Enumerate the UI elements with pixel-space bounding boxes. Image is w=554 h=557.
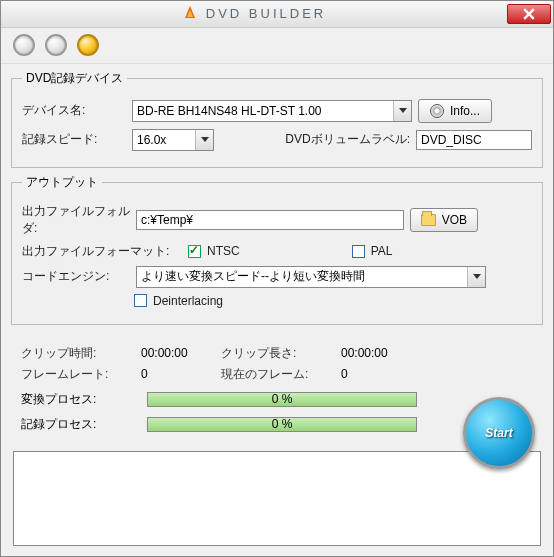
- code-engine-value: より速い変換スピード--より短い変換時間: [141, 268, 365, 285]
- log-textarea[interactable]: [13, 451, 541, 546]
- recording-device-group: DVD記録デバイス デバイス名: BD-RE BH14NS48 HL-DT-ST…: [11, 70, 543, 168]
- start-button-label: Start: [485, 426, 512, 440]
- chevron-down-icon: [467, 267, 485, 287]
- toolbar-orb-burn[interactable]: [77, 34, 99, 56]
- close-icon: [523, 8, 535, 20]
- disc-icon: [430, 104, 444, 118]
- convert-progress-text: 0 %: [272, 392, 293, 406]
- current-frame-value: 0: [341, 367, 421, 381]
- device-name-select[interactable]: BD-RE BH14NS48 HL-DT-ST 1.00: [132, 100, 412, 122]
- clip-time-label: クリップ時間:: [21, 345, 141, 362]
- volume-label-label: DVDボリュームラベル:: [285, 131, 410, 148]
- vob-button-label: VOB: [442, 213, 467, 227]
- pal-label: PAL: [371, 244, 393, 258]
- device-name-value: BD-RE BH14NS48 HL-DT-ST 1.00: [137, 104, 322, 118]
- record-speed-value: 16.0x: [137, 133, 166, 147]
- frame-rate-label: フレームレート:: [21, 366, 141, 383]
- output-legend: アウトプット: [22, 174, 102, 191]
- device-name-label: デバイス名:: [22, 102, 126, 119]
- convert-progress-bar: 0 %: [147, 392, 417, 407]
- volume-label-value: DVD_DISC: [421, 133, 482, 147]
- vob-folder-button[interactable]: VOB: [410, 208, 478, 232]
- code-engine-label: コードエンジン:: [22, 268, 130, 285]
- output-format-label: 出力ファイルフォーマット:: [22, 243, 182, 260]
- recording-device-legend: DVD記録デバイス: [22, 70, 127, 87]
- record-speed-label: 記録スピード:: [22, 131, 126, 148]
- ntsc-checkbox[interactable]: [188, 245, 201, 258]
- toolbar-orb-2[interactable]: [45, 34, 67, 56]
- volume-label-input[interactable]: DVD_DISC: [416, 130, 532, 150]
- record-progress-label: 記録プロセス:: [21, 416, 139, 433]
- info-button-label: Info...: [450, 104, 480, 118]
- titlebar: DVD BUILDER: [1, 1, 553, 28]
- current-frame-label: 現在のフレーム:: [221, 366, 341, 383]
- output-group: アウトプット 出力ファイルフォルダ: c:¥Temp¥ VOB 出力ファイルフォ…: [11, 174, 543, 325]
- convert-progress-label: 変換プロセス:: [21, 391, 139, 408]
- clip-length-label: クリップ長さ:: [221, 345, 341, 362]
- toolbar-orb-1[interactable]: [13, 34, 35, 56]
- record-progress-bar: 0 %: [147, 417, 417, 432]
- deinterlace-checkbox[interactable]: [134, 294, 147, 307]
- window-title: DVD BUILDER: [206, 6, 326, 21]
- frame-rate-value: 0: [141, 367, 221, 381]
- pal-checkbox[interactable]: [352, 245, 365, 258]
- output-folder-label: 出力ファイルフォルダ:: [22, 203, 130, 237]
- output-folder-value: c:¥Temp¥: [141, 213, 193, 227]
- burn-icon: [182, 6, 198, 22]
- content: DVD記録デバイス デバイス名: BD-RE BH14NS48 HL-DT-ST…: [1, 64, 553, 337]
- info-button[interactable]: Info...: [418, 99, 492, 123]
- code-engine-select[interactable]: より速い変換スピード--より短い変換時間: [136, 266, 486, 288]
- toolbar: [1, 28, 553, 64]
- clip-length-value: 00:00:00: [341, 346, 421, 360]
- chevron-down-icon: [195, 130, 213, 150]
- close-button[interactable]: [507, 4, 551, 24]
- output-folder-input[interactable]: c:¥Temp¥: [136, 210, 404, 230]
- record-progress-text: 0 %: [272, 417, 293, 431]
- record-speed-select[interactable]: 16.0x: [132, 129, 214, 151]
- deinterlace-label: Deinterlacing: [153, 294, 223, 308]
- start-button[interactable]: Start: [463, 397, 535, 469]
- app-window: DVD BUILDER DVD記録デバイス デバイス名: BD-RE BH14N…: [0, 0, 554, 557]
- chevron-down-icon: [393, 101, 411, 121]
- folder-icon: [421, 214, 436, 226]
- clip-time-value: 00:00:00: [141, 346, 221, 360]
- main-area: DVD記録デバイス デバイス名: BD-RE BH14NS48 HL-DT-ST…: [1, 64, 553, 445]
- title-area: DVD BUILDER: [1, 6, 507, 22]
- ntsc-label: NTSC: [207, 244, 240, 258]
